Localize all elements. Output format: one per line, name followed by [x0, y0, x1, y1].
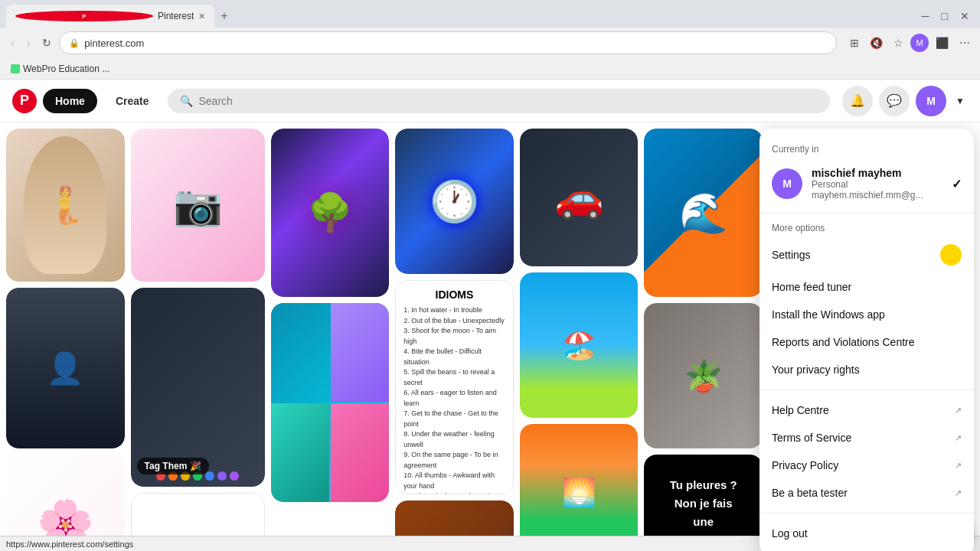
logout-label: Log out: [772, 527, 808, 540]
home-nav-button[interactable]: Home: [43, 89, 97, 113]
profile-button[interactable]: M: [910, 34, 929, 52]
pin-ocean-sunset-card[interactable]: 🌅: [520, 424, 639, 551]
pin-column-1: 🧜 👤 🌸 ☁️: [6, 129, 125, 545]
search-icon: 🔍: [180, 95, 193, 107]
pinterest-tab[interactable]: P Pinterest ✕: [6, 5, 214, 28]
pin-clock-card[interactable]: 🕐: [395, 129, 514, 274]
settings-label: Settings: [772, 249, 811, 261]
pin-wave-image: 🌊: [644, 129, 763, 297]
dropdown-terms-item[interactable]: Terms of Service ↗: [760, 424, 974, 452]
pin-card[interactable]: 📷: [131, 129, 265, 282]
dropdown-beta-tester-item[interactable]: Be a beta tester ↗: [760, 479, 974, 507]
status-url: https://www.pinterest.com/settings: [6, 540, 133, 549]
browser-action-buttons: ⊞ 🔇 ☆ M ⬛ ⋯: [846, 34, 974, 52]
beta-tester-label: Be a beta tester: [772, 487, 848, 499]
pinterest-favicon: P: [15, 11, 153, 21]
pin-idioms-image: IDIOMS 1. In hot water - In trouble 2. O…: [395, 280, 514, 494]
dropdown-logout-item[interactable]: Log out: [760, 520, 974, 547]
new-tab-button[interactable]: +: [214, 5, 352, 28]
settings-yellow-circle: [940, 244, 962, 266]
more-options-label: More options: [760, 220, 974, 236]
external-link-icon-privacy: ↗: [955, 461, 962, 471]
pin-camera-image: 📷: [131, 129, 265, 282]
user-initial: M: [926, 95, 936, 107]
pin-tree-card[interactable]: 🌳: [271, 129, 390, 297]
account-selected-checkmark: ✓: [952, 177, 962, 191]
tab-close-button[interactable]: ✕: [198, 11, 205, 21]
pin-card[interactable]: 👤: [6, 288, 125, 448]
dropdown-account-name: mischief mayhem: [812, 167, 942, 179]
pin-column-6: 🌊 🪴 Tu pleures ?Non je fais uneréactiona…: [644, 129, 763, 545]
tab-bar: P Pinterest ✕ + ─ □ ✕: [0, 0, 980, 28]
user-avatar-button[interactable]: M: [916, 86, 946, 116]
dropdown-account-type: Personal: [812, 179, 942, 190]
back-button[interactable]: ‹: [6, 34, 19, 52]
messages-button[interactable]: 💬: [879, 86, 910, 116]
pin-car-card[interactable]: 🚗: [520, 129, 639, 266]
refresh-button[interactable]: ↻: [38, 34, 56, 52]
pin-interior-image: 🪴: [644, 303, 763, 448]
external-link-icon-help: ↗: [955, 406, 962, 416]
pin-collage-image: [271, 303, 390, 502]
dropdown-privacy-rights-item[interactable]: Your privacy rights: [760, 356, 974, 383]
logo-letter: P: [20, 93, 29, 109]
pin-column-2: 📷 Tag Them 🎉: [131, 129, 265, 545]
pin-column-4: 🕐 IDIOMS 1. In hot water - In trouble 2.…: [395, 129, 514, 545]
dropdown-avatar: M: [772, 168, 802, 199]
address-bar[interactable]: 🔒 pinterest.com: [59, 31, 837, 54]
forward-button[interactable]: ›: [22, 34, 35, 52]
more-button[interactable]: ⋯: [956, 34, 974, 52]
address-text: pinterest.com: [84, 37, 144, 49]
pin-idioms-card[interactable]: IDIOMS 1. In hot water - In trouble 2. O…: [395, 280, 514, 494]
maximize-button[interactable]: □: [937, 8, 952, 24]
window-controls: ─ □ ✕: [917, 8, 974, 24]
close-window-button[interactable]: ✕: [956, 8, 974, 24]
terms-label: Terms of Service: [772, 432, 851, 444]
currently-in-label: Currently in: [760, 138, 974, 161]
pin-tag-image: [131, 288, 265, 487]
search-bar[interactable]: 🔍: [168, 89, 831, 113]
pin-wave-card[interactable]: 🌊: [644, 129, 763, 297]
dropdown-divider-2: [760, 390, 974, 390]
dropdown-account-item[interactable]: M mischief mayhem Personal mayhem.mischi…: [760, 161, 974, 207]
pinterest-logo[interactable]: P: [12, 89, 37, 113]
dropdown-account-email: mayhem.mischief.mm@g...: [812, 190, 942, 201]
dropdown-settings-item[interactable]: Settings: [760, 236, 974, 273]
bookmarks-bar: WebPro Education ...: [0, 58, 980, 80]
search-input[interactable]: [199, 95, 818, 107]
lock-icon: 🔒: [69, 38, 80, 48]
privacy-policy-label: Privacy Policy: [772, 459, 838, 471]
pin-column-3: 🌳: [271, 129, 390, 545]
pin-tag-them-card[interactable]: Tag Them 🎉: [131, 288, 265, 487]
dropdown-install-app-item[interactable]: Install the Windows app: [760, 301, 974, 328]
extension-button[interactable]: ⊞: [846, 34, 863, 52]
notifications-button[interactable]: 🔔: [842, 86, 873, 116]
dropdown-reports-item[interactable]: Reports and Violations Centre: [760, 328, 974, 356]
dropdown-privacy-policy-item[interactable]: Privacy Policy ↗: [760, 452, 974, 479]
chevron-down-button[interactable]: ▼: [952, 96, 968, 106]
pin-interior-card[interactable]: 🪴: [644, 303, 763, 448]
help-centre-label: Help Centre: [772, 404, 829, 416]
pin-collage-card[interactable]: [271, 303, 390, 502]
bookmark-webpro[interactable]: WebPro Education ...: [6, 62, 114, 76]
pin-ocean-sunset-image: 🌅: [520, 424, 639, 551]
bookmark-button[interactable]: ☆: [890, 34, 907, 52]
install-app-label: Install the Windows app: [772, 308, 885, 321]
create-nav-button[interactable]: Create: [103, 89, 162, 113]
dropdown-feed-tuner-item[interactable]: Home feed tuner: [760, 273, 974, 301]
external-link-icon-terms: ↗: [955, 433, 962, 443]
extensions-button[interactable]: ⬛: [932, 34, 952, 52]
browser-chrome: P Pinterest ✕ + ─ □ ✕ ‹ › ↻ 🔒 pinterest.…: [0, 0, 980, 80]
pin-clock-image: 🕐: [395, 129, 514, 274]
pinterest-app: P Home Create 🔍 🔔 💬 M ▼ 🧜: [0, 80, 980, 551]
privacy-rights-label: Your privacy rights: [772, 364, 860, 376]
dropdown-help-centre-item[interactable]: Help Centre ↗: [760, 396, 974, 424]
webpro-favicon: [11, 64, 20, 73]
pin-beach-heart-card[interactable]: 🏖️: [520, 272, 639, 418]
dropdown-account-info: mischief mayhem Personal mayhem.mischief…: [812, 167, 942, 201]
pin-tree-image: 🌳: [271, 129, 390, 297]
pin-car-image: 🚗: [520, 129, 639, 266]
no-audio-button[interactable]: 🔇: [866, 34, 887, 52]
pin-card[interactable]: 🧜: [6, 129, 125, 282]
minimize-button[interactable]: ─: [917, 8, 934, 24]
